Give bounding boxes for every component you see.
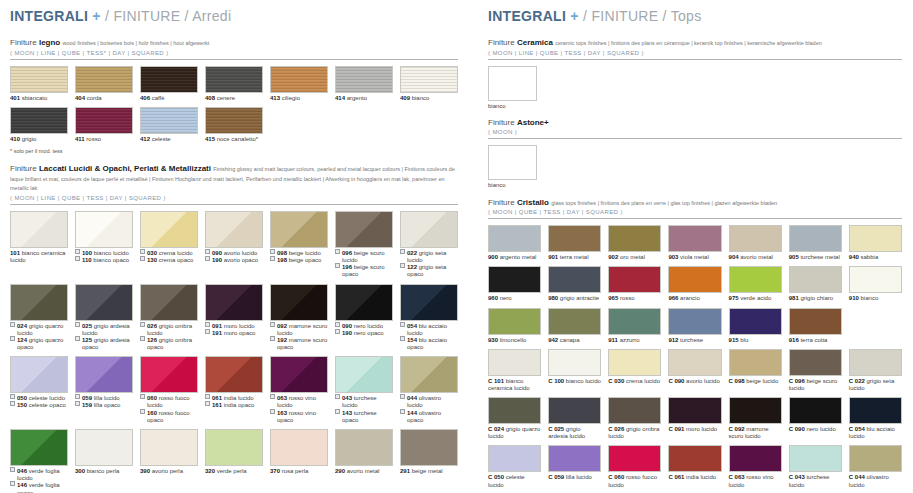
finish-indicator-icon [335, 394, 340, 399]
color-swatch [668, 349, 721, 376]
swatch-label: 063 rosso vino lucido163 rosso vino opac… [270, 395, 328, 424]
finish-indicator-icon [140, 256, 145, 261]
lacquer-swatch-grid: 101 bianco ceramica lucido100 bianco luc… [10, 211, 458, 493]
swatch-label: 025 grigio ardesia lucido125 grigio arde… [75, 323, 133, 352]
finish-indicator-icon [75, 394, 80, 399]
color-swatch [400, 211, 458, 248]
swatch-cell: C 096 beige scuro lucido [789, 349, 842, 392]
swatch-label: C 030 crema lucido [608, 378, 661, 385]
color-swatch [488, 225, 541, 252]
color-swatch [789, 225, 842, 252]
swatch-cell: C 059 lilla lucido [548, 445, 601, 488]
swatch-cell: 966 arancio [668, 266, 721, 302]
swatch-label: 044 olivastro lucido144 olivastro opaco [400, 395, 458, 424]
color-swatch [140, 211, 198, 248]
color-swatch [729, 349, 782, 376]
swatch-cell: 960 nero [488, 266, 541, 302]
finish-indicator-icon [205, 249, 210, 254]
swatch-cell: 412 celeste [140, 107, 198, 143]
swatch-cell: C 060 rosso fuoco lucido [608, 445, 661, 488]
swatch-label: C 060 rosso fuoco lucido [608, 474, 661, 488]
section-models: ( MOON | LINE | QUBE | TESS* | DAY | SQU… [10, 50, 458, 56]
finish-indicator-icon [205, 256, 210, 261]
swatch-cell: 404 corda [75, 66, 133, 102]
swatch-label: 903 viola metal [668, 254, 721, 261]
color-swatch [849, 397, 902, 424]
plus-mark: + [92, 8, 100, 24]
swatch-label: C 100 bianco lucido [548, 378, 601, 385]
color-swatch [75, 356, 133, 393]
swatch-row: 024 grigio quarzo lucido124 grigio quarz… [10, 284, 458, 352]
swatch-label: 415 noce canaletto* [205, 136, 263, 143]
color-swatch [789, 397, 842, 424]
section-divider [488, 138, 902, 139]
finish-indicator-icon [400, 249, 405, 254]
color-swatch [400, 429, 458, 466]
color-swatch [789, 445, 842, 472]
swatch-label: 100 bianco lucido110 bianco opaco [75, 250, 133, 264]
swatch-label: C 061 india lucido [668, 474, 721, 481]
swatch-cell: 046 verde foglia lucido146 verde foglia … [10, 429, 68, 493]
color-swatch [335, 429, 393, 466]
swatch-cell: 054 blu acciaio lucido154 blu acciaio op… [400, 284, 458, 352]
swatch-cell: 401 sbiancato [10, 66, 68, 102]
swatch-row: 960 nero980 grigio antracite965 rosso966… [488, 266, 902, 302]
finish-indicator-icon [335, 409, 340, 414]
color-swatch [335, 66, 393, 93]
color-swatch [548, 397, 601, 424]
color-swatch [789, 308, 842, 335]
swatch-label: 910 bianco [849, 295, 902, 302]
section-heading: Laccati Lucidi & Opachi, Perlati & Metal… [39, 164, 211, 173]
swatch-row: 401 sbiancato404 corda406 caffè408 cener… [10, 66, 458, 102]
swatch-label: 022 grigio seta lucido122 grigio seta op… [400, 250, 458, 279]
color-swatch [548, 266, 601, 293]
color-swatch [488, 66, 537, 101]
swatch-label: 900 argento metal [488, 254, 541, 261]
swatch-cell: 409 bianco [400, 66, 458, 102]
swatch-cell: 915 blu [729, 308, 782, 344]
finish-indicator-icon [400, 409, 405, 414]
right-page: INTEGRALI + / FINITURE / Tops Finiture C… [488, 8, 902, 493]
finish-indicator-icon [335, 249, 340, 254]
section-divider [488, 218, 902, 219]
color-swatch [75, 107, 133, 134]
swatch-cell: 975 verde acido [729, 266, 782, 302]
color-swatch [608, 266, 661, 293]
swatch-label: C 091 moro lucido [668, 426, 721, 433]
ceramica-swatch-cell: bianco [488, 66, 902, 110]
color-swatch [488, 145, 537, 180]
finish-indicator-icon [140, 249, 145, 254]
color-swatch [548, 308, 601, 335]
swatch-cell: 904 avorio metal [729, 225, 782, 261]
swatch-cell: 061 india lucido161 india opaco [205, 356, 263, 424]
color-swatch [10, 107, 68, 134]
swatch-label: C 101 bianco ceramica lucido [488, 378, 541, 392]
finish-indicator-icon [140, 322, 145, 327]
finish-indicator-icon [10, 322, 15, 327]
finish-indicator-icon [10, 467, 15, 472]
swatch-cell: 096 beige scuro lucido196 beige scuro op… [335, 211, 393, 279]
brand-text: INTEGRALI [488, 8, 566, 24]
swatch-label: 098 beige lucido198 beige opaco [270, 250, 328, 264]
section-models: ( MOON | QUBE | TESS | DAY | SQUARED ) [488, 209, 902, 215]
swatch-label: 290 avorio metal [335, 468, 393, 475]
section-models: ( MOON | LINE | QUBE | TESS | DAY | SQUA… [10, 195, 458, 201]
color-swatch [10, 284, 68, 321]
swatch-label: C 050 celeste lucido [488, 474, 541, 488]
section-ceramica: Finiture Ceramica ceramic tops finishes … [488, 38, 902, 110]
finish-indicator-icon [205, 322, 210, 327]
color-swatch [849, 349, 902, 376]
color-swatch [75, 429, 133, 466]
swatch-label: 975 verde acido [729, 295, 782, 302]
swatch-label: 401 sbiancato [10, 95, 68, 102]
section-cristallo: Finiture Cristallo glass tops finishes |… [488, 198, 902, 493]
swatch-cell: 300 bianco perla [75, 429, 133, 493]
swatch-label: C 025 grigio ardesia lucido [548, 426, 601, 440]
section-divider [10, 59, 458, 60]
finish-indicator-icon [10, 401, 15, 406]
color-swatch [488, 397, 541, 424]
swatch-cell: 414 argento [335, 66, 393, 102]
color-swatch [608, 349, 661, 376]
finish-indicator-icon [270, 249, 275, 254]
swatch-label: 410 grigio [10, 136, 68, 143]
